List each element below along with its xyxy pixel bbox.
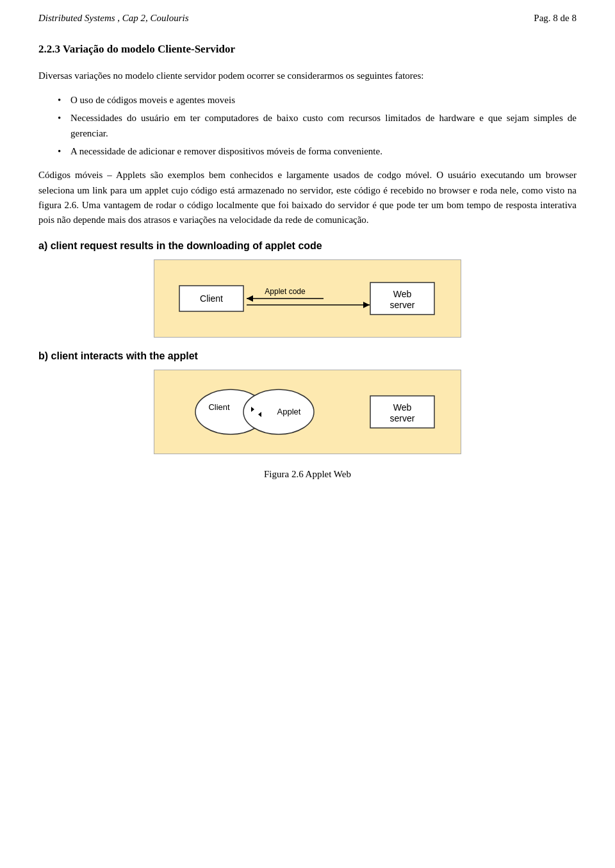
svg-marker-6 xyxy=(363,302,370,308)
diagram-a-wrapper: Client Applet code Web server xyxy=(154,259,461,338)
page-header: Distributed Systems , Cap 2, Coulouris P… xyxy=(38,13,577,24)
list-item: Necessidades do usuário em ter computado… xyxy=(58,110,577,141)
header-left: Distributed Systems , Cap 2, Coulouris xyxy=(38,13,189,24)
diagram-b-label: b) client interacts with the applet xyxy=(38,350,577,362)
svg-text:server: server xyxy=(390,413,415,423)
diagram-b-wrapper: Client Applet Web server xyxy=(154,370,461,454)
svg-text:Applet code: Applet code xyxy=(265,287,306,296)
diagram-b-svg: Client Applet Web server xyxy=(173,380,442,444)
list-item: O uso de códigos moveis e agentes moveis xyxy=(58,92,577,108)
section-title: 2.2.3 Variação do modelo Cliente-Servido… xyxy=(38,43,577,56)
diagram-a-svg: Client Applet code Web server xyxy=(173,270,442,327)
svg-text:Client: Client xyxy=(200,293,223,304)
svg-text:Applet: Applet xyxy=(277,407,301,416)
svg-text:Web: Web xyxy=(393,289,412,299)
list-item: A necessidade de adicionar e remover dis… xyxy=(58,143,577,159)
figure-caption: Figura 2.6 Applet Web xyxy=(38,467,577,482)
svg-marker-3 xyxy=(247,295,253,302)
diagram-a-label: a) client request results in the downloa… xyxy=(38,240,577,252)
intro-paragraph: Diversas variações no modelo cliente ser… xyxy=(38,69,577,83)
bullet-list: O uso de códigos moveis e agentes moveis… xyxy=(58,92,577,159)
svg-text:Web: Web xyxy=(393,402,412,413)
header-right: Pag. 8 de 8 xyxy=(534,13,577,24)
diagram-a-section: a) client request results in the downloa… xyxy=(38,240,577,338)
svg-text:server: server xyxy=(390,300,415,310)
svg-text:Client: Client xyxy=(208,402,230,412)
diagram-b-section: b) client interacts with the applet Clie… xyxy=(38,350,577,454)
main-paragraph: Códigos móveis – Applets são exemplos be… xyxy=(38,168,577,227)
